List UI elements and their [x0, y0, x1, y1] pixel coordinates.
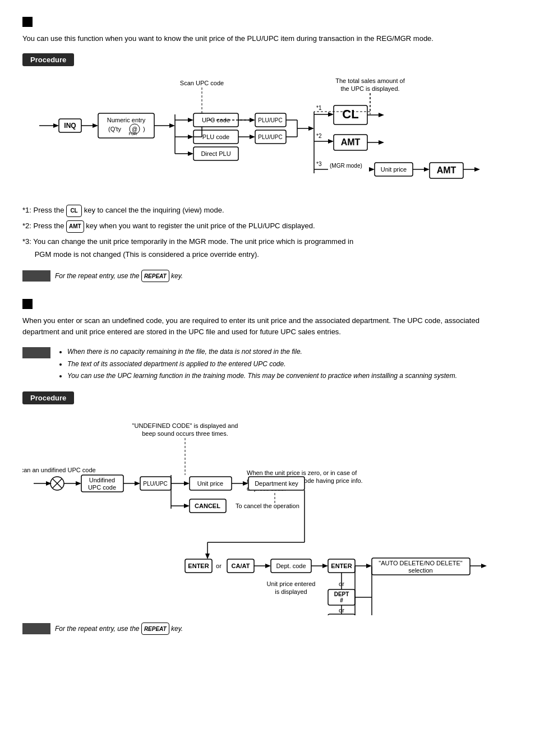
diagram2-container: "UNDEFINED CODE" is displayed and beep s… [22, 419, 513, 617]
svg-marker-93 [322, 564, 328, 568]
amt-key2: AMT [437, 165, 456, 175]
unit-price-box: Unit price [197, 480, 223, 487]
svg-rect-101 [328, 614, 355, 615]
procedure-header-2: Procedure [22, 391, 74, 404]
cancel-note: To cancel the operation [236, 503, 299, 509]
dept-hash-key: DEPT [334, 591, 349, 597]
note1: *1: Press the CL key to cancel the the i… [22, 204, 513, 217]
svg-marker-51 [369, 167, 375, 172]
svg-marker-9 [93, 123, 98, 128]
qty-label: (Q'ty [108, 126, 121, 132]
for-label: FOR [129, 132, 137, 136]
star3-label: *3 [316, 161, 322, 167]
direct-plu-label: Direct PLU [201, 150, 230, 157]
auto-delete-label: "AUTO DELETE/NO DELETE" [379, 560, 463, 566]
section1: You can use this function when you want … [22, 17, 513, 282]
section1-marker [22, 17, 33, 27]
note-box-1 [22, 270, 50, 282]
plu-code-label: PLU code [202, 133, 229, 140]
note-box-3 [22, 623, 50, 634]
section2-marker [22, 299, 33, 309]
paren-label: ) [143, 126, 145, 132]
star2-label: *2 [316, 133, 322, 139]
repeat-note-1-text: For the repeat entry, use the REPEAT key… [55, 270, 183, 282]
svg-marker-46 [328, 139, 334, 144]
note3: *3: You can change the unit price tempor… [22, 235, 513, 261]
note2: *2: Press the AMT key when you want to r… [22, 219, 513, 233]
total-sales-label2: the UPC is displayed. [340, 85, 399, 92]
svg-marker-34 [308, 126, 314, 131]
unit-price-displayed2: is displayed [275, 588, 307, 595]
svg-marker-6 [53, 123, 59, 128]
svg-marker-54 [424, 167, 430, 172]
svg-marker-99 [481, 564, 487, 568]
plu-upc-key3: PLU/UPC [143, 481, 167, 487]
notes-section1: *1: Press the CL key to cancel the the i… [22, 204, 513, 261]
scan-upc-label: Scan UPC code [180, 80, 224, 86]
enter-key2: ENTER [331, 563, 352, 569]
unit-price-displayed1: Unit price entered [267, 580, 316, 587]
plu-upc-key2: PLU/UPC [258, 134, 282, 140]
upc-code-label2: UPC code [88, 484, 116, 491]
star1-label: *1 [316, 105, 322, 111]
repeat-note-1: For the repeat entry, use the REPEAT key… [22, 270, 513, 282]
svg-marker-75 [184, 481, 190, 486]
repeat-note-2: For the repeat entry, use the REPEAT key… [22, 623, 513, 635]
mgr-mode-label: (MGR mode) [330, 163, 362, 169]
svg-marker-41 [328, 112, 334, 117]
bullet-item-1: When there is no capacity remaining in t… [67, 346, 457, 358]
section2: When you enter or scan an undefined code… [22, 299, 513, 635]
ca-at-key1: CA/AT [232, 563, 250, 569]
bullet-item-2: The text of its associated department is… [67, 358, 457, 371]
dept-code-label: Dept. code [276, 563, 306, 569]
svg-marker-70 [135, 481, 140, 486]
diagram1-svg: Scan UPC code The total sales amount of … [22, 75, 510, 193]
unit-price-label: Unit price [381, 166, 407, 173]
dept-key-label: Department key [255, 480, 298, 487]
svg-marker-57 [474, 167, 480, 172]
svg-marker-25 [250, 135, 255, 139]
total-sales-label: The total sales amount of [335, 77, 405, 84]
section1-intro: You can use this function when you want … [22, 33, 513, 44]
bullet-list: When there is no capacity remaining in t… [56, 346, 457, 382]
repeat-note-2-text: For the repeat entry, use the REPEAT key… [55, 623, 183, 635]
inq-key: INQ [64, 122, 76, 130]
procedure-header-1: Procedure [22, 53, 74, 66]
svg-marker-28 [188, 151, 193, 156]
diagram1-container: Scan UPC code The total sales amount of … [22, 75, 513, 195]
auto-delete-label2: selection [408, 567, 432, 574]
cancel-key: CANCEL [195, 503, 220, 509]
diagram2-svg: "UNDEFINED CODE" is displayed and beep s… [22, 419, 510, 615]
undefined-code-label: "UNDEFINED CODE" is displayed and [132, 422, 238, 429]
svg-marker-49 [379, 140, 384, 145]
svg-marker-96 [366, 564, 372, 568]
dept-hash-symbol: # [340, 597, 343, 603]
numeric-entry-label: Numeric entry [107, 117, 146, 123]
svg-marker-81 [184, 504, 190, 508]
cl-key: CL [342, 107, 358, 121]
svg-marker-90 [265, 564, 271, 568]
when-unit-price-label: When the unit price is zero, or in case … [247, 469, 357, 476]
enter-key1: ENTER [188, 563, 209, 569]
undefined-code-label2: beep sound occurs three times. [142, 430, 228, 437]
svg-marker-16 [188, 118, 193, 122]
bullet-notes-section2: When there is no capacity remaining in t… [22, 346, 513, 382]
bullet-item-3: You can use the UPC learning function in… [67, 370, 457, 382]
svg-marker-44 [379, 113, 384, 117]
section2-intro: When you enter or scan an undefined code… [22, 315, 513, 337]
amt-key1: AMT [341, 137, 361, 147]
svg-marker-67 [76, 481, 81, 486]
or-label1: or [216, 563, 222, 569]
svg-marker-22 [188, 135, 193, 139]
scan-undefined-label: Scan an undifined UPC code [22, 467, 96, 473]
svg-marker-13 [169, 123, 175, 128]
undifined-upc-label: Undifined [89, 477, 115, 483]
svg-marker-86 [205, 554, 210, 559]
plu-upc-key1: PLU/UPC [258, 117, 282, 123]
note-box-2 [22, 347, 50, 358]
